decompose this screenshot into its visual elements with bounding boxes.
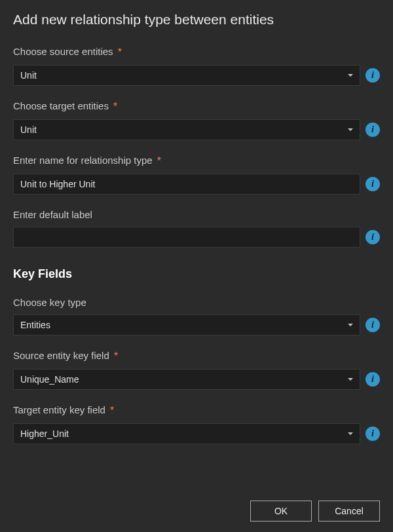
relationship-name-input-wrapper — [13, 174, 360, 195]
key-type-dropdown[interactable]: Entities — [13, 314, 360, 335]
relationship-name-input[interactable] — [20, 174, 353, 194]
relationship-name-label: Enter name for relationship type — [13, 155, 153, 166]
default-label-input-row: i — [13, 227, 380, 248]
info-icon[interactable]: i — [365, 68, 380, 83]
key-type-input-row: Entities i — [13, 314, 380, 335]
required-marker: * — [113, 101, 117, 112]
source-key-field-label-row: Source entity key field * — [13, 350, 380, 362]
source-entities-dropdown[interactable]: Unit — [13, 65, 360, 86]
target-key-field-value: Higher_Unit — [20, 428, 69, 439]
info-icon[interactable]: i — [365, 427, 380, 441]
source-key-field-group: Source entity key field * Unique_Name i — [13, 350, 380, 390]
source-entities-input-row: Unit i — [13, 65, 380, 86]
required-marker: * — [114, 351, 118, 362]
ok-button[interactable]: OK — [250, 501, 312, 522]
default-label-label-row: Enter default label — [13, 209, 380, 220]
target-entities-group: Choose target entities * Unit i — [13, 100, 380, 140]
source-entities-value: Unit — [20, 70, 37, 81]
source-entities-label-row: Choose source entities * — [13, 46, 380, 58]
target-entities-value: Unit — [20, 124, 37, 135]
chevron-down-icon — [348, 324, 353, 326]
relationship-name-group: Enter name for relationship type * i — [13, 155, 380, 195]
info-icon[interactable]: i — [365, 230, 380, 244]
required-marker: * — [110, 405, 114, 416]
chevron-down-icon — [348, 128, 353, 131]
info-icon[interactable]: i — [365, 318, 380, 332]
key-type-group: Choose key type Entities i — [13, 297, 380, 335]
info-icon[interactable]: i — [365, 123, 380, 137]
target-key-field-label: Target entity key field — [13, 404, 105, 415]
default-label-group: Enter default label i — [13, 209, 380, 248]
key-fields-header: Key Fields — [13, 267, 380, 281]
source-key-field-dropdown[interactable]: Unique_Name — [13, 369, 360, 390]
default-label-label: Enter default label — [13, 209, 92, 220]
info-icon[interactable]: i — [365, 372, 380, 387]
relationship-name-input-row: i — [13, 174, 380, 195]
source-entities-label: Choose source entities — [13, 46, 113, 57]
relationship-name-label-row: Enter name for relationship type * — [13, 155, 380, 167]
default-label-input[interactable] — [20, 227, 353, 247]
chevron-down-icon — [348, 432, 353, 435]
cancel-button[interactable]: Cancel — [318, 501, 380, 522]
target-key-field-group: Target entity key field * Higher_Unit i — [13, 404, 380, 444]
target-key-field-label-row: Target entity key field * — [13, 404, 380, 417]
source-entities-group: Choose source entities * Unit i — [13, 46, 380, 86]
target-entities-label: Choose target entities — [13, 100, 109, 111]
required-marker: * — [118, 47, 122, 58]
target-entities-input-row: Unit i — [13, 119, 380, 140]
chevron-down-icon — [348, 74, 353, 77]
info-icon[interactable]: i — [365, 177, 380, 191]
target-key-field-dropdown[interactable]: Higher_Unit — [13, 423, 360, 444]
source-key-field-input-row: Unique_Name i — [13, 369, 380, 390]
target-entities-dropdown[interactable]: Unit — [13, 119, 360, 140]
key-type-value: Entities — [20, 320, 50, 330]
key-type-label-row: Choose key type — [13, 297, 380, 308]
source-key-field-value: Unique_Name — [20, 374, 79, 385]
chevron-down-icon — [348, 378, 353, 381]
button-bar: OK Cancel — [13, 491, 380, 522]
dialog-title: Add new relationship type between entiti… — [13, 12, 380, 28]
default-label-input-wrapper — [13, 227, 360, 248]
required-marker: * — [157, 155, 161, 166]
target-entities-label-row: Choose target entities * — [13, 100, 380, 113]
target-key-field-input-row: Higher_Unit i — [13, 423, 380, 444]
key-type-label: Choose key type — [13, 297, 86, 308]
add-relationship-dialog: Add new relationship type between entiti… — [0, 0, 393, 532]
source-key-field-label: Source entity key field — [13, 350, 109, 361]
